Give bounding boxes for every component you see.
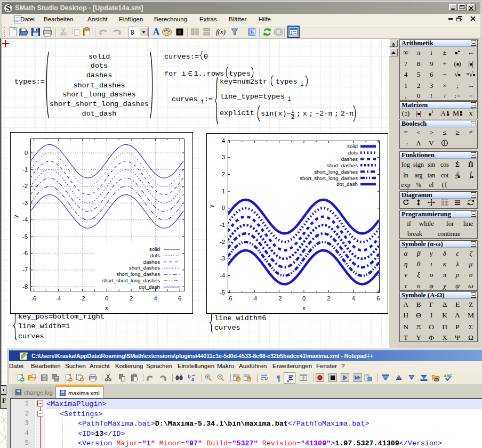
svg-text:a: a: [191, 377, 194, 382]
svg-text:-3: -3: [220, 255, 225, 262]
svg-text:2: 2: [327, 295, 330, 302]
svg-text:4: 4: [352, 295, 355, 302]
svg-text:-2: -2: [277, 295, 282, 302]
svg-text:short_dashes: short_dashes: [327, 162, 358, 168]
svg-text:-7: -7: [22, 266, 28, 273]
svg-text:-5: -5: [220, 289, 225, 296]
svg-text:-6: -6: [31, 295, 37, 302]
svg-text:0: 0: [25, 150, 28, 156]
svg-text:dashes: dashes: [341, 156, 358, 162]
svg-text:-2: -2: [220, 239, 225, 245]
svg-text:?: ?: [251, 29, 254, 35]
svg-text:0: 0: [222, 205, 225, 211]
svg-text:dot_dash: dot_dash: [336, 181, 358, 187]
svg-text:-5: -5: [22, 233, 28, 240]
svg-text:dot_dash: dot_dash: [139, 284, 160, 290]
svg-text:A: A: [153, 27, 160, 37]
svg-text:-4: -4: [55, 295, 61, 302]
svg-text:short_dashes: short_dashes: [129, 265, 160, 271]
svg-text:short_long_dashes: short_long_dashes: [314, 169, 358, 175]
svg-text:S: S: [6, 4, 11, 13]
svg-text:4: 4: [222, 137, 225, 144]
svg-text:-3: -3: [22, 200, 28, 206]
svg-text:short_short_long_dashes: short_short_long_dashes: [102, 278, 160, 283]
svg-text:f(x): f(x): [216, 28, 226, 36]
svg-text:1: 1: [222, 188, 225, 194]
svg-text:6: 6: [376, 295, 380, 302]
svg-text:solid: solid: [149, 246, 160, 252]
svg-text:-1: -1: [220, 222, 225, 228]
svg-text:short_long_dashes: short_long_dashes: [116, 271, 160, 277]
svg-text:¶: ¶: [276, 374, 280, 382]
svg-text:-4: -4: [220, 272, 225, 279]
svg-text:solid: solid: [347, 143, 358, 149]
svg-text:short_short_long_dashes: short_short_long_dashes: [300, 175, 358, 181]
svg-text:0: 0: [105, 295, 108, 302]
svg-text:2: 2: [130, 295, 133, 302]
svg-text:-1: -1: [22, 166, 28, 173]
svg-text:dots: dots: [348, 150, 358, 156]
svg-text:dashes: dashes: [143, 259, 160, 265]
svg-text:-4: -4: [22, 216, 28, 223]
svg-text:4: 4: [154, 295, 157, 302]
svg-text:-6: -6: [227, 295, 232, 302]
svg-text:-6: -6: [22, 250, 28, 256]
svg-text:x: x: [105, 305, 108, 311]
svg-text:-2: -2: [80, 295, 85, 302]
svg-text:-4: -4: [252, 295, 257, 302]
svg-text:d: d: [455, 175, 457, 179]
svg-text:6: 6: [178, 295, 181, 302]
svg-text:x: x: [302, 305, 306, 311]
svg-text:-8: -8: [22, 283, 28, 290]
svg-text:2: 2: [222, 171, 225, 177]
svg-text:-2: -2: [22, 183, 28, 189]
svg-text:dots: dots: [150, 252, 160, 258]
svg-text:3: 3: [222, 154, 225, 160]
svg-text:0: 0: [302, 295, 306, 302]
svg-text:y: y: [208, 205, 214, 208]
svg-text:y: y: [12, 215, 19, 218]
